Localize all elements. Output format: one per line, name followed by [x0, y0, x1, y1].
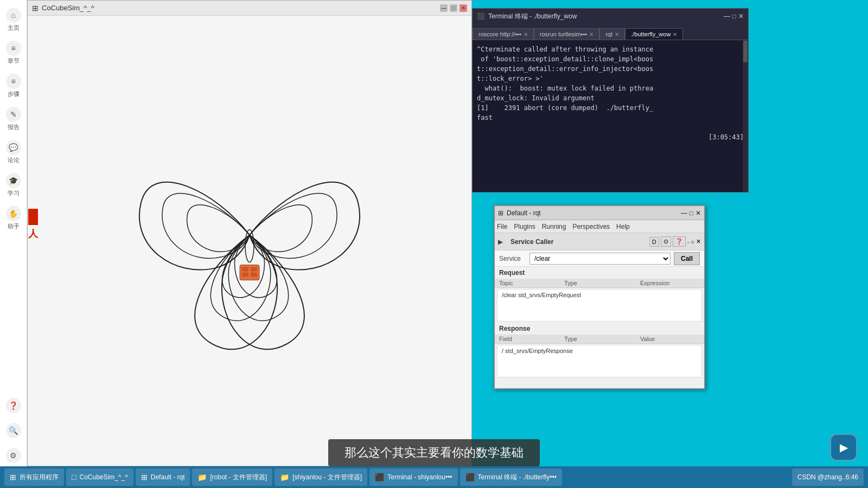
sidebar-item-search[interactable]: 🔍 — [1, 421, 26, 441]
terminal-line-7: [1] 2391 abort (core dumped) ./butterfly… — [477, 103, 744, 113]
taskbar: ⊞ 所有应用程序 □ CoCubeSim_^_^ ⊞ Default - rqt… — [0, 466, 868, 488]
tab-close-roscore[interactable]: ✕ — [524, 31, 528, 37]
tab-close-butterfly[interactable]: ✕ — [673, 31, 677, 37]
rqt-response-body: / std_srvs/EmptyResponse — [497, 345, 702, 377]
subtitle-text: 那么这个其实主要看你的数学基础 — [344, 446, 524, 459]
taskbar-filemanager-robot-label: [robot - 文件管理器] — [210, 473, 267, 482]
rqt-ctrl-q[interactable]: ❓ — [673, 236, 686, 247]
titlebar-controls: — □ ✕ — [440, 4, 467, 12]
rqt-plugin-title: Service Caller — [506, 236, 558, 248]
rqt-minimize[interactable]: — — [681, 209, 687, 217]
terminal-maximize[interactable]: □ — [732, 12, 736, 20]
terminal-tab-rosrun[interactable]: rosrun turtlesim••• ✕ — [534, 28, 599, 40]
svg-rect-3 — [251, 267, 257, 272]
terminal-line-2: of 'boost::exception_detail::clone_impl<… — [477, 54, 744, 64]
terminal-window: ⬛ Terminal 终端 - ./butterfly_wow — □ ✕ ro… — [472, 8, 749, 192]
taskbar-terminal-shiyanlou[interactable]: ⬛ Terminal - shiyanlou••• — [369, 468, 457, 486]
sidebar-item-discuss[interactable]: 💬 论论 — [1, 138, 26, 166]
filemanager-shiyanlou-icon: 📁 — [280, 473, 289, 481]
rqt-taskbar-icon: ⊞ — [141, 473, 148, 481]
rqt-resp-col-value: Value — [640, 336, 684, 342]
rqt-response-header: Field Type Value — [495, 335, 704, 344]
terminal-line-5: what(): boost: mutex lock failed in pthr… — [477, 84, 744, 93]
play-button[interactable] — [830, 434, 857, 461]
sidebar-item-settings[interactable]: ⚙ — [1, 446, 26, 466]
filemanager-robot-icon: 📁 — [197, 473, 207, 481]
rqt-ctrl-o[interactable]: ○ — [691, 239, 694, 245]
robot-side-label: R人 — [28, 209, 38, 225]
taskbar-terminal-shiyanlou-label: Terminal - shiyanlou••• — [387, 473, 452, 481]
rqt-req-col-type: Type — [564, 280, 608, 286]
rqt-req-col-topic: Topic — [499, 280, 542, 286]
minimize-button[interactable]: — — [440, 4, 448, 12]
terminal-line-6: d_mutex_lock: Invalid argument — [477, 93, 744, 103]
sidebar-item-report[interactable]: ✎ 报告 — [1, 105, 26, 133]
terminal-tab-roscore[interactable]: roscore http://••• ✕ — [473, 28, 534, 40]
csdn-label: CSDN @zhang..6:46 — [797, 473, 858, 481]
taskbar-cocobesim[interactable]: □ CoCubeSim_^_^ — [66, 468, 133, 486]
sidebar-item-home[interactable]: ⌂ 主页 — [1, 5, 26, 34]
taskbar-csdn-badge[interactable]: CSDN @zhang..6:46 — [792, 468, 864, 486]
rqt-response-label: Response — [495, 323, 704, 335]
taskbar-terminal-butterfly-label: Terminal 终端 - ./butterfly••• — [478, 473, 557, 482]
rqt-dash: - — [687, 239, 690, 245]
terminal-close[interactable]: ✕ — [738, 12, 744, 20]
taskbar-all-apps[interactable]: ⊞ 所有应用程序 — [4, 468, 64, 486]
terminal-line-8: fast — [477, 113, 744, 123]
rqt-menu-plugins[interactable]: Plugins — [514, 223, 535, 230]
terminal-minimize[interactable]: — — [724, 12, 730, 20]
tab-close-rqt[interactable]: ✕ — [615, 31, 619, 37]
terminal-scrollbar-thumb[interactable] — [743, 41, 748, 62]
terminal-title: Terminal 终端 - ./butterfly_wow — [488, 12, 577, 21]
window-icon: ⊞ — [32, 4, 39, 12]
sidebar-item-learn[interactable]: 🎓 学习 — [1, 171, 26, 200]
rqt-request-body: /clear std_srvs/EmptyRequest — [497, 289, 702, 322]
main-canvas — [28, 16, 471, 466]
maximize-button[interactable]: □ — [450, 4, 457, 12]
taskbar-rqt[interactable]: ⊞ Default - rqt — [136, 468, 190, 486]
subtitle-bar: 那么这个其实主要看你的数学基础 — [328, 439, 540, 466]
sidebar-item-chapter[interactable]: ≡ 章节 — [1, 38, 26, 67]
terminal-tab-butterfly[interactable]: ./butterfly_wow ✕ — [625, 28, 683, 40]
rqt-close[interactable]: ✕ — [695, 209, 701, 217]
rqt-req-col-expr: Expression — [640, 280, 684, 286]
all-apps-icon: ⊞ — [10, 473, 16, 481]
rqt-menubar: File Plugins Running Perspectives Help — [495, 220, 704, 233]
taskbar-terminal-butterfly[interactable]: ⬛ Terminal 终端 - ./butterfly••• — [460, 468, 562, 486]
sidebar-item-steps[interactable]: ≡ 步骤 — [1, 72, 26, 100]
close-button[interactable]: ✕ — [459, 4, 467, 12]
rqt-service-select[interactable]: /clear — [529, 253, 671, 265]
taskbar-rqt-label: Default - rqt — [151, 473, 185, 481]
terminal-butterfly-icon: ⬛ — [465, 473, 475, 481]
rqt-plugin-play-icon: ▶ — [498, 238, 503, 246]
rqt-menu-file[interactable]: File — [497, 223, 507, 230]
rqt-window: ⊞ Default - rqt — □ ✕ File Plugins Runni… — [494, 205, 705, 389]
terminal-line-1: ^Cterminate called after throwing an ins… — [477, 44, 744, 54]
rqt-request-header: Topic Type Expression — [495, 279, 704, 288]
tab-close-rosrun[interactable]: ✕ — [589, 31, 593, 37]
rqt-menu-perspectives[interactable]: Perspectives — [572, 223, 610, 230]
sidebar-item-assistant[interactable]: ✋ 助手 — [1, 204, 26, 233]
terminal-line-9 — [477, 123, 744, 132]
taskbar-filemanager-shiyanlou[interactable]: 📁 [shiyanlou - 文件管理器] — [275, 468, 367, 486]
terminal-tab-rqt[interactable]: rqt ✕ — [599, 28, 625, 40]
rqt-ctrl-d[interactable]: D — [649, 237, 659, 247]
svg-rect-2 — [242, 267, 248, 272]
terminal-shiyanlou-icon: ⬛ — [375, 473, 384, 481]
rqt-menu-help[interactable]: Help — [616, 223, 630, 230]
rqt-maximize[interactable]: □ — [690, 209, 693, 217]
sidebar: ⌂ 主页 ≡ 章节 ≡ 步骤 ✎ 报告 💬 论论 🎓 学习 ✋ 助手 ❓ 🔍 ⚙ — [0, 0, 27, 466]
terminal-scrollbar[interactable] — [743, 40, 748, 192]
rqt-titlebar: ⊞ Default - rqt — □ ✕ — [495, 206, 704, 220]
terminal-icon: ⬛ — [477, 12, 485, 20]
rqt-request-content: /clear std_srvs/EmptyRequest — [502, 292, 581, 298]
terminal-titlebar: ⬛ Terminal 终端 - ./butterfly_wow — □ ✕ — [473, 9, 748, 24]
rqt-call-button[interactable]: Call — [674, 252, 700, 265]
rqt-menu-running[interactable]: Running — [542, 223, 566, 230]
taskbar-filemanager-robot[interactable]: 📁 [robot - 文件管理器] — [192, 468, 272, 486]
rqt-ctrl-r[interactable]: ⊙ — [661, 236, 671, 247]
taskbar-cocobesim-label: CoCubeSim_^_^ — [79, 473, 127, 481]
rqt-request-label: Request — [495, 267, 704, 279]
rqt-ctrl-x[interactable]: ✕ — [696, 238, 701, 245]
sidebar-item-help[interactable]: ❓ — [1, 396, 26, 416]
